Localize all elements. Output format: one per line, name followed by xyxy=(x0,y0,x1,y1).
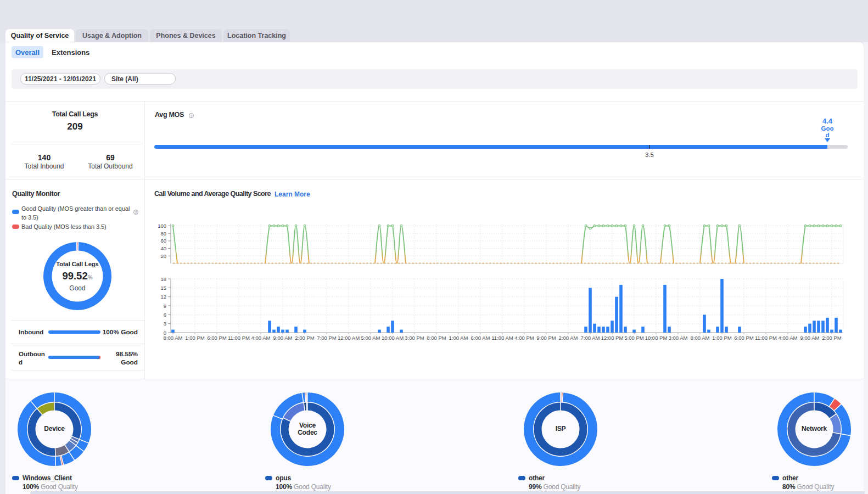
legend-item-value: 100% Good Quality xyxy=(23,483,78,491)
svg-text:3:00 PM: 3:00 PM xyxy=(405,335,424,341)
svg-text:4:00 AM: 4:00 AM xyxy=(251,335,271,341)
avg-mos-help-icon[interactable]: ? xyxy=(189,113,194,118)
outbound-progress-bar xyxy=(48,356,99,359)
divider xyxy=(5,179,864,179)
svg-text:4:00 PM: 4:00 PM xyxy=(514,335,534,341)
avg-mos-threshold-label: 3.5 xyxy=(641,151,658,158)
donut-center-label: ISP xyxy=(545,425,576,433)
svg-text:3: 3 xyxy=(164,321,166,327)
total-call-legs-value: 209 xyxy=(11,121,139,132)
svg-text:1:00 PM: 1:00 PM xyxy=(712,335,731,341)
svg-text:8:00 AM: 8:00 AM xyxy=(164,335,183,341)
svg-text:1:00 PM: 1:00 PM xyxy=(185,335,204,341)
tab-usage-adoption[interactable]: Usage & Adoption xyxy=(76,29,148,42)
svg-text:6: 6 xyxy=(164,312,166,318)
site-filter-input[interactable]: Site (All) xyxy=(104,73,176,85)
tab-phones-devices[interactable]: Phones & Devices xyxy=(150,29,222,42)
subtab-overall[interactable]: Overall xyxy=(12,46,43,58)
bad-quality-legend-dot xyxy=(12,224,19,229)
svg-text:100: 100 xyxy=(158,223,166,229)
inbound-row-value: 100% Good xyxy=(83,328,138,336)
total-inbound-label: Total Inbound xyxy=(11,162,77,170)
distribution-section xyxy=(5,379,864,494)
total-call-legs-title: Total Call Legs xyxy=(11,110,139,118)
good-quality-legend-dot xyxy=(12,210,19,214)
svg-text:12:00 PM: 12:00 PM xyxy=(601,335,624,341)
svg-text:12: 12 xyxy=(160,294,166,300)
svg-text:9:00 AM: 9:00 AM xyxy=(273,335,293,341)
call-volume-chart: 2040608010003691215188:00 AM1:00 PM6:00 … xyxy=(145,214,863,346)
chart-title: Call Volume and Average Quality Score xyxy=(154,190,271,198)
horizontal-scrollbar[interactable] xyxy=(30,491,865,494)
svg-text:9:00 AM: 9:00 AM xyxy=(800,335,820,341)
legend-item-label[interactable]: Windows_Client xyxy=(23,474,72,482)
donut-center-label: Network xyxy=(799,425,830,433)
avg-mos-slider-track xyxy=(827,145,848,149)
avg-mos-value: 4.4 xyxy=(818,117,837,125)
legend-dot xyxy=(12,476,19,480)
svg-text:9:00 PM: 9:00 PM xyxy=(536,335,556,341)
total-outbound-label: Total Outbound xyxy=(77,162,143,170)
legend-item-label[interactable]: other xyxy=(529,474,545,482)
svg-text:7:00 AM: 7:00 AM xyxy=(581,335,600,341)
legend-item-value: 100% Good Quality xyxy=(276,483,331,491)
tab-quality-of-service[interactable]: Quality of Service xyxy=(5,29,74,42)
svg-text:7:00 PM: 7:00 PM xyxy=(317,335,336,341)
avg-mos-slider-fill xyxy=(154,145,827,149)
tab-location-tracking[interactable]: Location Tracking xyxy=(223,29,290,42)
svg-text:11:00 AM: 11:00 AM xyxy=(491,335,513,341)
outbound-row-label: Outbound xyxy=(19,350,45,367)
svg-text:6:00 AM: 6:00 AM xyxy=(471,335,490,341)
donut-center-label: Device xyxy=(39,425,70,433)
legend-dot xyxy=(518,476,525,480)
svg-text:10:00 PM: 10:00 PM xyxy=(645,335,668,341)
quality-monitor-help-icon[interactable]: ? xyxy=(133,210,138,215)
svg-text:11:00 PM: 11:00 PM xyxy=(755,335,777,341)
svg-text:8:00 AM: 8:00 AM xyxy=(691,335,710,341)
legend-item-value: 99% Good Quality xyxy=(529,483,580,491)
inbound-row-label: Inbound xyxy=(19,328,43,336)
divider xyxy=(12,144,143,144)
svg-text:18: 18 xyxy=(160,276,166,282)
avg-mos-value-label: Good xyxy=(821,125,834,138)
subtab-extensions[interactable]: Extensions xyxy=(52,46,89,58)
donut-center-label: Voice Codec xyxy=(292,422,323,436)
good-quality-legend-label: Good Quality (MOS greater than or equal … xyxy=(21,205,133,222)
avg-mos-threshold-tick xyxy=(649,145,650,149)
svg-text:4:00 AM: 4:00 AM xyxy=(779,335,798,341)
svg-text:1:00 AM: 1:00 AM xyxy=(449,335,468,341)
svg-text:9: 9 xyxy=(164,303,166,309)
qm-donut-center-label: Good xyxy=(50,284,105,292)
divider xyxy=(11,344,144,344)
divider xyxy=(11,370,144,370)
outbound-row-value: 98.55% Good xyxy=(104,350,138,367)
svg-text:80: 80 xyxy=(160,231,166,237)
svg-text:20: 20 xyxy=(160,253,166,259)
legend-item-label[interactable]: other xyxy=(782,474,798,482)
svg-text:15: 15 xyxy=(160,285,166,291)
page: Quality of Service Usage & Adoption Phon… xyxy=(0,0,868,494)
svg-text:8:00 PM: 8:00 PM xyxy=(427,335,446,341)
avg-mos-title: Avg MOS xyxy=(155,111,184,119)
total-inbound-value: 140 xyxy=(11,153,77,162)
right-strip xyxy=(864,42,868,494)
learn-more-link[interactable]: Learn More xyxy=(275,190,310,198)
qm-donut-center-unit: % xyxy=(88,274,93,280)
svg-text:5:00 PM: 5:00 PM xyxy=(624,335,643,341)
svg-text:5:00 AM: 5:00 AM xyxy=(361,335,380,341)
svg-text:11:00 PM: 11:00 PM xyxy=(228,335,250,341)
svg-text:40: 40 xyxy=(160,245,166,251)
svg-text:2:00 AM: 2:00 AM xyxy=(559,335,578,341)
divider xyxy=(11,320,144,321)
legend-dot xyxy=(265,476,272,480)
svg-text:3:00 AM: 3:00 AM xyxy=(669,335,688,341)
avg-mos-value-marker: 4.4 Good xyxy=(818,117,837,138)
quality-monitor-title: Quality Monitor xyxy=(12,190,60,198)
svg-text:6:00 PM: 6:00 PM xyxy=(207,335,226,341)
legend-item-label[interactable]: opus xyxy=(276,474,291,482)
date-range-input[interactable]: 11/25/2021 - 12/01/2021 xyxy=(20,73,100,85)
svg-text:12:00 AM: 12:00 AM xyxy=(338,335,360,341)
svg-text:60: 60 xyxy=(160,238,166,244)
svg-text:6:00 PM: 6:00 PM xyxy=(734,335,753,341)
total-outbound-value: 69 xyxy=(77,153,143,162)
